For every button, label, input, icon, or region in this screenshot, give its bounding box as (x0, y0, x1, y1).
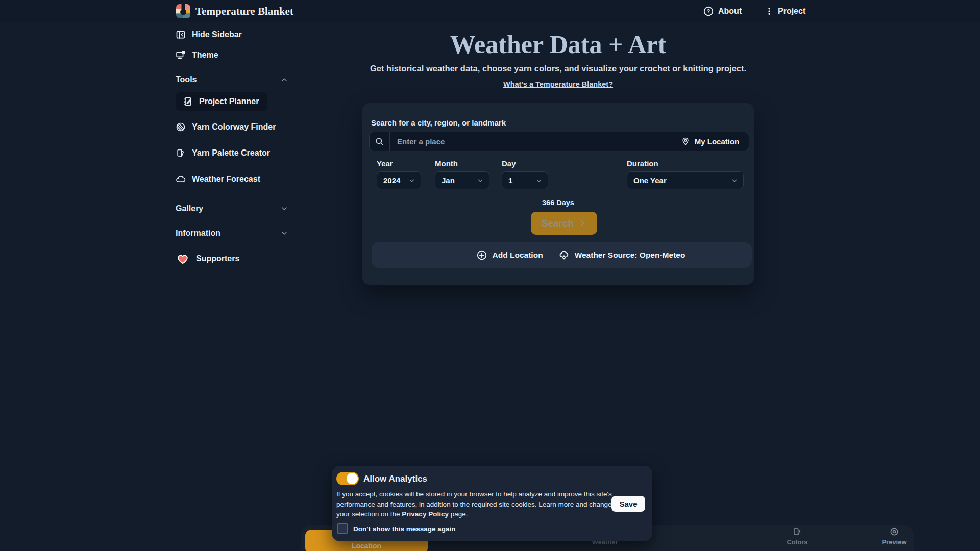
page-subtitle: Get historical weather data, choose yarn… (316, 64, 800, 73)
project-menu-button[interactable]: Project (765, 0, 805, 22)
chevron-down-icon (280, 229, 288, 237)
chevron-down-icon (477, 177, 484, 184)
add-location-button[interactable]: Add Location (476, 249, 543, 261)
plus-circle-icon (476, 249, 487, 261)
my-location-label: My Location (695, 137, 740, 146)
sidebar-divider (176, 140, 288, 140)
privacy-policy-link[interactable]: Privacy Policy (402, 510, 449, 518)
logo-icon (176, 4, 190, 18)
dont-show-again-row: Don't show this message again (337, 523, 456, 534)
chevron-right-icon (578, 219, 586, 228)
wizard-step-label: Location (352, 542, 381, 550)
duration-value: One Year (633, 176, 667, 185)
project-label: Project (778, 7, 805, 16)
app-title: Temperature Blanket (195, 5, 293, 18)
day-value: 1 (508, 176, 512, 185)
place-search-row: My Location (369, 132, 749, 151)
sidebar-item-yarn-colorway-finder[interactable]: Yarn Colorway Finder (176, 117, 288, 137)
add-location-label: Add Location (493, 251, 543, 260)
tools-section-header[interactable]: Tools (176, 69, 288, 90)
palette-swatch-icon (176, 148, 186, 158)
year-value: 2024 (383, 176, 400, 185)
sidebar-item-label: Yarn Palette Creator (192, 148, 270, 158)
information-header-label: Information (176, 229, 220, 238)
dont-show-again-checkbox[interactable] (337, 523, 348, 534)
weather-source-button[interactable]: Weather Source: Open-Meteo (558, 249, 685, 261)
hero: Weather Data + Art Get historical weathe… (316, 29, 800, 89)
cookie-message-text: If you accept, cookies will be stored in… (336, 490, 612, 518)
search-button-label: Search (542, 218, 574, 229)
place-search-input[interactable] (390, 132, 671, 151)
search-label: Search for a city, region, or landmark (371, 118, 506, 127)
chevron-down-icon (280, 205, 288, 213)
top-bar: Temperature Blanket ? About Project (0, 0, 980, 22)
cookie-message-text-after: page. (449, 510, 468, 518)
help-icon: ? (703, 6, 714, 17)
hide-sidebar-label: Hide Sidebar (192, 30, 242, 39)
month-value: Jan (442, 176, 455, 185)
sidebar-item-supporters[interactable]: Supporters (176, 248, 288, 269)
search-card-footer: Add Location Weather Source: Open-Meteo (372, 242, 752, 268)
chevron-down-icon (731, 177, 738, 184)
sidebar-divider (176, 114, 288, 114)
save-button[interactable]: Save (611, 496, 645, 512)
information-section-header[interactable]: Information (176, 223, 288, 243)
sidebar-divider (176, 166, 288, 166)
yarn-ball-icon (176, 122, 186, 132)
month-select[interactable]: Jan (435, 171, 489, 189)
palette-swatch-icon (792, 527, 802, 537)
year-select[interactable]: 2024 (377, 171, 421, 189)
wizard-step-label: Colors (787, 538, 807, 546)
theme-button[interactable]: Theme (176, 45, 288, 65)
svg-text:?: ? (707, 9, 710, 14)
about-label: About (718, 7, 742, 16)
weather-source-icon (558, 249, 570, 261)
duration-select[interactable]: One Year (627, 171, 744, 189)
search-icon[interactable] (370, 132, 390, 151)
chevron-down-icon (408, 177, 415, 184)
wizard-step-preview[interactable]: Preview (871, 527, 917, 546)
wizard-step-colors[interactable]: Colors (774, 527, 820, 546)
my-location-button[interactable]: My Location (671, 132, 749, 151)
page-title: Weather Data + Art (316, 29, 800, 60)
about-button[interactable]: ? About (703, 0, 742, 22)
cloud-icon (176, 174, 186, 184)
project-planner-icon (183, 96, 193, 107)
sidebar: Hide Sidebar Theme Tools (176, 24, 288, 269)
kebab-menu-icon (765, 6, 774, 17)
eye-icon (889, 527, 899, 537)
weather-source-label: Weather Source: Open-Meteo (575, 251, 685, 260)
theme-icon (176, 50, 186, 60)
cookie-consent-toast: Allow Analytics If you accept, cookies w… (332, 466, 652, 541)
app-logo[interactable]: Temperature Blanket (176, 0, 293, 22)
supporters-label: Supporters (196, 254, 239, 263)
year-label: Year (377, 159, 393, 168)
duration-label: Duration (627, 159, 658, 168)
theme-label: Theme (192, 51, 218, 60)
page: Temperature Blanket ? About Project (0, 0, 980, 551)
gallery-header-label: Gallery (176, 204, 203, 213)
sidebar-item-project-planner[interactable]: Project Planner (176, 92, 267, 111)
sidebar-item-label: Project Planner (199, 97, 259, 106)
month-label: Month (435, 159, 458, 168)
sidebar-item-label: Weather Forecast (192, 174, 260, 184)
dont-show-again-label: Don't show this message again (353, 525, 456, 533)
allow-analytics-toggle[interactable] (336, 472, 359, 485)
sidebar-item-yarn-palette-creator[interactable]: Yarn Palette Creator (176, 143, 288, 163)
day-select[interactable]: 1 (502, 171, 548, 189)
hide-sidebar-icon (176, 30, 186, 40)
allow-analytics-label: Allow Analytics (363, 474, 427, 484)
day-label: Day (502, 159, 516, 168)
chevron-down-icon (535, 177, 543, 184)
gallery-section-header[interactable]: Gallery (176, 198, 288, 219)
toggle-knob (347, 473, 358, 484)
sidebar-item-weather-forecast[interactable]: Weather Forecast (176, 169, 288, 189)
chevron-up-icon (280, 76, 288, 84)
whats-a-temperature-blanket-link[interactable]: What's a Temperature Blanket? (503, 80, 613, 88)
wizard-step-label: Preview (881, 538, 906, 546)
sidebar-item-label: Yarn Colorway Finder (192, 122, 276, 132)
search-button[interactable]: Search (531, 212, 597, 235)
hide-sidebar-button[interactable]: Hide Sidebar (176, 24, 288, 45)
days-count: 366 Days (362, 198, 754, 207)
heart-icon (176, 252, 190, 266)
